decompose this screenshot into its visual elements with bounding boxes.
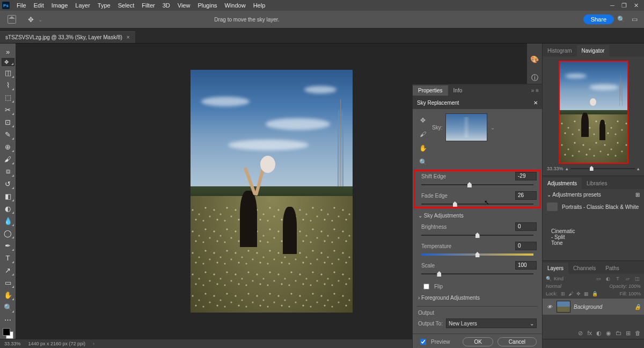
menu-type[interactable]: Type	[94, 1, 114, 10]
visibility-icon[interactable]: 👁	[546, 304, 553, 310]
frame-tool[interactable]: ⊡	[2, 116, 14, 128]
shift-edge-slider[interactable]	[421, 182, 533, 188]
filter-adjust-icon[interactable]: ◐	[604, 276, 612, 281]
workspace-icon[interactable]: ▭	[632, 16, 638, 23]
layer-fx-icon[interactable]: fx	[587, 330, 592, 337]
dodge-tool[interactable]: ◯	[2, 227, 14, 239]
collapse-icon[interactable]: »	[531, 88, 535, 93]
info-panel-icon[interactable]: ⓘ	[531, 73, 538, 83]
eraser-tool[interactable]: ◧	[2, 190, 14, 202]
dlg-move-tool[interactable]: ✥	[418, 115, 428, 125]
edit-toolbar-icon[interactable]: ⋯	[2, 314, 14, 325]
pen-tool[interactable]: ✒	[2, 240, 14, 251]
history-brush-tool[interactable]: ↺	[2, 178, 14, 190]
group-icon[interactable]: 🗀	[616, 330, 621, 337]
cancel-button[interactable]: Cancel	[497, 337, 537, 346]
document-tab[interactable]: sTSZSVSVLzg.jpg @ 33,3% (Sky, Layer Mask…	[0, 31, 135, 43]
brush-tool[interactable]: 🖌	[2, 153, 14, 165]
filter-smart-icon[interactable]: ◫	[633, 276, 641, 281]
eyedropper-tool[interactable]: ✎	[2, 128, 14, 140]
temperature-value[interactable]: 0	[515, 242, 537, 250]
info-tab[interactable]: Info	[448, 85, 468, 96]
preset-portraits[interactable]: Portraits - Classic Black & White	[543, 200, 644, 213]
menu-view[interactable]: View	[174, 1, 194, 10]
crop-tool[interactable]: ✂	[2, 104, 14, 115]
zoom-out-icon[interactable]: ▴	[566, 166, 568, 171]
menu-select[interactable]: Select	[114, 1, 138, 10]
menu-window[interactable]: Window	[221, 1, 250, 10]
dlg-zoom-tool[interactable]: 🔍	[418, 157, 428, 167]
stamp-tool[interactable]: ⧈	[2, 165, 14, 177]
scale-value[interactable]: 100	[515, 261, 537, 270]
panel-menu-icon[interactable]: ≡	[536, 88, 539, 93]
canvas[interactable]: Properties Info » ≡ Sky Replacement ✕ ✥ …	[16, 44, 527, 339]
lock-all-icon[interactable]: 🔒	[592, 291, 598, 296]
close-icon[interactable]: ✕	[632, 2, 640, 9]
menu-image[interactable]: Image	[48, 1, 72, 10]
color-swatch[interactable]	[3, 328, 13, 339]
layer-background[interactable]: 👁 Background 🔒	[543, 299, 644, 315]
zoom-in-icon[interactable]: ▴	[637, 166, 640, 171]
histogram-tab[interactable]: Histogram	[543, 45, 577, 56]
menu-help[interactable]: Help	[250, 1, 269, 10]
shift-edge-value[interactable]: -29	[515, 172, 537, 180]
sky-thumbnail[interactable]	[445, 113, 487, 141]
brightness-slider[interactable]	[421, 232, 533, 238]
layers-tab[interactable]: Layers	[543, 263, 568, 274]
share-button[interactable]: Share	[583, 15, 614, 24]
channels-tab[interactable]: Channels	[568, 263, 601, 274]
fade-edge-slider[interactable]: ↖	[421, 201, 533, 207]
color-panel-icon[interactable]: 🎨	[530, 55, 539, 63]
lock-position-icon[interactable]: ✥	[576, 291, 581, 296]
object-select-tool[interactable]: ⬚	[2, 91, 14, 103]
lock-transparent-icon[interactable]: ⊞	[561, 291, 565, 296]
move-tool-icon[interactable]: ✥	[28, 16, 34, 24]
filter-pixel-icon[interactable]: ▭	[595, 276, 602, 281]
filter-shape-icon[interactable]: ▱	[624, 276, 631, 281]
menu-plugins[interactable]: Plugins	[194, 1, 221, 10]
restore-icon[interactable]: ❐	[620, 2, 628, 9]
temperature-slider[interactable]	[421, 251, 533, 258]
filter-type-icon[interactable]: T	[614, 276, 621, 281]
dlg-brush-tool[interactable]: 🖌	[418, 129, 428, 139]
flip-checkbox[interactable]	[423, 284, 429, 289]
expand-tools-icon[interactable]: »	[2, 46, 14, 57]
healing-tool[interactable]: ⊕	[2, 141, 14, 153]
status-menu-icon[interactable]: ›	[93, 341, 94, 346]
presets-grid-icon[interactable]: ⊞	[635, 192, 640, 198]
foreground-adjustments-section[interactable]: Foreground Adjustments	[418, 293, 537, 303]
hand-tool[interactable]: ✋	[2, 289, 14, 301]
adjustment-layer-icon[interactable]: ◉	[606, 330, 611, 337]
delete-layer-icon[interactable]: 🗑	[635, 330, 641, 337]
sky-dropdown-icon[interactable]: ⌄	[491, 125, 495, 130]
menu-filter[interactable]: Filter	[138, 1, 158, 10]
paths-tab[interactable]: Paths	[601, 263, 624, 274]
type-tool[interactable]: T	[2, 252, 14, 264]
dlg-hand-tool[interactable]: ✋	[418, 143, 428, 153]
close-dialog-icon[interactable]: ✕	[533, 100, 538, 106]
status-zoom[interactable]: 33.33%	[4, 341, 21, 346]
lasso-tool[interactable]: ⌇	[2, 79, 14, 91]
properties-tab[interactable]: Properties	[413, 85, 448, 96]
fade-edge-value[interactable]: 26	[515, 191, 537, 200]
zoom-tool[interactable]: 🔍	[2, 301, 14, 313]
navigator-zoom-slider[interactable]	[570, 168, 635, 169]
blur-tool[interactable]: 💧	[2, 215, 14, 227]
minimize-icon[interactable]: ─	[609, 2, 616, 9]
lock-image-icon[interactable]: 🖌	[568, 291, 573, 296]
navigator-thumbnail[interactable]	[559, 61, 628, 164]
new-layer-icon[interactable]: ⊞	[626, 330, 631, 337]
blend-mode-select[interactable]: Normal	[546, 284, 561, 289]
layer-mask-icon[interactable]: ◐	[596, 330, 602, 337]
lock-artboard-icon[interactable]: ▦	[584, 291, 589, 296]
home-icon[interactable]	[8, 15, 16, 24]
menu-edit[interactable]: Edit	[30, 1, 48, 10]
menu-3d[interactable]: 3D	[159, 1, 174, 10]
adjustments-presets-header[interactable]: ⌄ Adjustments presets	[547, 192, 601, 198]
preset-cinematic[interactable]: Cinematic - Split Tone	[543, 213, 557, 260]
path-tool[interactable]: ↗	[2, 264, 14, 276]
ok-button[interactable]: OK	[463, 337, 493, 346]
shape-tool[interactable]: ▭	[2, 277, 14, 288]
output-to-select[interactable]: New Layers⌄	[446, 318, 537, 328]
move-tool[interactable]: ✥	[2, 58, 14, 66]
